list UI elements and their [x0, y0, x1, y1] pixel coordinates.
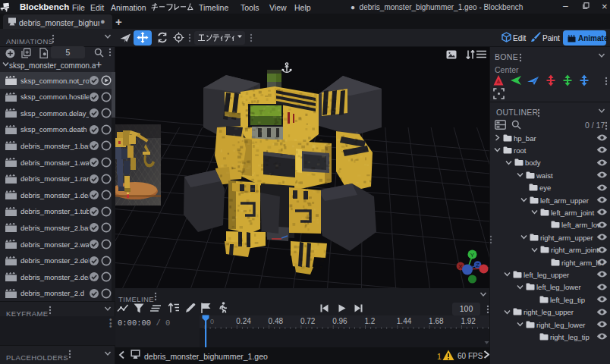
svg-text:Z: Z: [476, 262, 480, 268]
svg-text:Y: Y: [470, 252, 475, 259]
